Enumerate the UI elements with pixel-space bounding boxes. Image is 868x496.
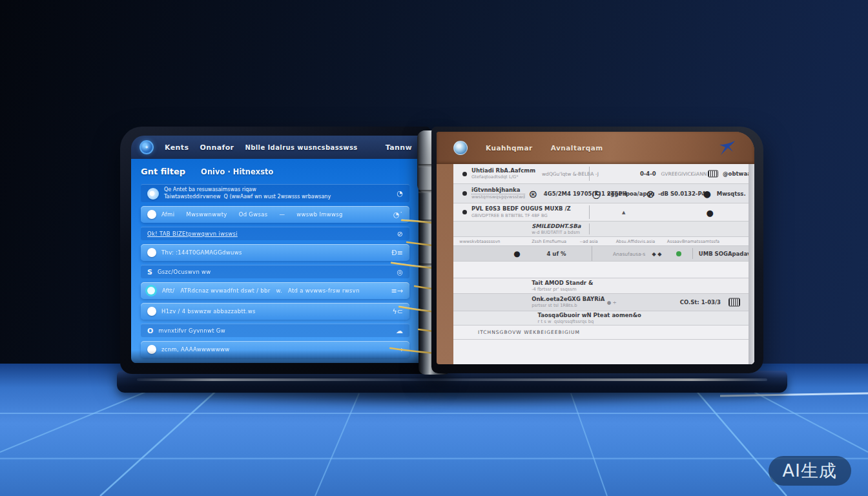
- letter-icon: O: [147, 327, 153, 335]
- arrow-right-icon[interactable]: →: [397, 346, 403, 354]
- wheel-icon: ⊛: [529, 187, 537, 200]
- cell-value: Mwsqtss.: [717, 191, 746, 197]
- left-nav-item-4[interactable]: Tannw: [386, 143, 412, 152]
- right-page: Kuahhqmar Avnaltarqam Uhtiadi RbA.Aafcmm…: [437, 132, 754, 364]
- column-header: AssaavBnamatssamtssfa: [667, 239, 719, 244]
- row-action-icon[interactable]: ◔˙: [393, 211, 403, 219]
- table-row[interactable]: TaosqaGbuoir wN Pteat aomen&o r t s w qs…: [453, 311, 754, 326]
- column-header: --ad asia: [580, 239, 598, 244]
- left-nav-item-2[interactable]: Onnafor: [200, 143, 234, 152]
- cell-title-block: SMILEDDHT.SBa w-d BUDTATIT a bdsm: [532, 222, 581, 236]
- list-item[interactable]: S Gszc/Ocuswvn ww ◎: [141, 265, 409, 278]
- table-row[interactable]: Uhtiadi RbA.Aafcmm Gtefaqtoadtsdqt L/G* …: [453, 164, 754, 184]
- diamond-icons: ◆ ◆: [652, 251, 662, 256]
- list-item[interactable]: zcnm, AAAAwwwwwww →: [141, 341, 409, 358]
- row-action-icon[interactable]: ⊘: [397, 230, 403, 238]
- right-nav-item-2[interactable]: Avnaltarqam: [551, 144, 603, 152]
- row-action-icon[interactable]: ◎: [397, 268, 403, 276]
- table-header-row: wwwskvbtaassssvn Zssh Emsfiumua --ad asi…: [453, 237, 754, 246]
- list-item[interactable]: Qe Antet ba resuwasaimswas riqaw Taiwtaw…: [141, 184, 409, 202]
- barcode-icon: [728, 298, 740, 307]
- row-action-icon[interactable]: ϟ⊂: [393, 307, 403, 316]
- cell-title-block: Tait AMOD Standr & -4 fbrtssr pr' ssqssm: [532, 279, 593, 293]
- table-row[interactable]: SMILEDDHT.SBa w-d BUDTATIT a bdsm: [453, 222, 754, 237]
- scrollbar[interactable]: [749, 164, 754, 364]
- row-action-icon[interactable]: ≡→: [391, 287, 403, 295]
- bullet-icon: [462, 210, 467, 214]
- column-header: wwwskvbtaassssvn: [459, 239, 500, 244]
- column-divider: [589, 205, 590, 219]
- table-row[interactable]: ITCHNSGBOVW WEKBEIGEEBIGIUM: [453, 326, 754, 340]
- list-item-text: zcnm, AAAAwwwwwww: [161, 346, 230, 353]
- cell-value: UMB SOGApadava: [699, 251, 754, 257]
- right-nav-item-1[interactable]: Kuahhqmar: [486, 144, 533, 152]
- barcode-icon: [708, 170, 718, 178]
- device-base: [117, 371, 787, 393]
- list-item[interactable]: H1zv / 4 bswwzw abbazzabtt.ws ϟ⊂: [141, 303, 409, 320]
- column-divider: [589, 167, 590, 181]
- column-header: Absu.Affidsvis.asia: [616, 239, 656, 244]
- radio-selected-icon[interactable]: [147, 287, 155, 294]
- cell-value: 0-4-0: [640, 170, 656, 177]
- list-item-link[interactable]: Ok! TAB BIZEtpwwqwvn iwswsi: [147, 231, 238, 237]
- list-item[interactable]: Afmi Mwswwnwwty Od Gwsas — wwswb Imwwsg …: [141, 206, 409, 223]
- table-spacer-row: [453, 262, 754, 278]
- cell-title-block: Onk.oeta2eGXG BAYRiA psrtssr st tsl 1RBt…: [532, 296, 604, 309]
- row-action-icon[interactable]: ◔: [397, 189, 403, 198]
- cell-value: CO.St: 1-03/3: [680, 299, 721, 305]
- list-item-text: Thv: :144T0GAMAGGdwuws: [161, 249, 242, 256]
- list-item-text: H1zv / 4 bswwzw abbazzabtt.ws: [161, 308, 256, 315]
- circle-icon: [147, 307, 156, 316]
- list-item-selected[interactable]: Aftt/ ATRdcnaz wvwadfnt dswt / bbr w. At…: [141, 282, 409, 299]
- cell-title-block: PVL E0S3 BEDF OUGUS MUXB /Z GBIVDPTREE B…: [471, 205, 571, 219]
- cell-value: ITCHNSGBOVW WEKBEIGEEBIGIUM: [478, 329, 580, 335]
- table-row[interactable]: Tait AMOD Standr & -4 fbrtssr pr' ssqssm: [453, 278, 754, 294]
- page-title: Gnt filtep: [141, 167, 185, 176]
- cell-title-block: Uhtiadi RbA.Aafcmm Gtefaqtoadtsdqt L/G*: [471, 167, 535, 181]
- cell-title-block: TaosqaGbuoir wN Pteat aomen&o r t s w qs…: [537, 311, 641, 325]
- ai-watermark-badge: AI生成: [769, 456, 851, 486]
- row-action-icon[interactable]: Ð≡: [391, 249, 403, 257]
- table-row[interactable]: PVL E0S3 BEDF OUGUS MUXB /Z GBIVDPTREE B…: [453, 203, 754, 222]
- cloud-icon[interactable]: ☁: [396, 327, 403, 335]
- left-screen: ✶ Kents Onnafor Nblle Idalrus wusncsbass…: [131, 136, 419, 363]
- table-row[interactable]: Onk.oeta2eGXG BAYRiA psrtssr st tsl 1RBt…: [453, 294, 754, 311]
- globe-logo-icon[interactable]: [453, 141, 468, 155]
- dove-icon: [147, 188, 159, 200]
- right-device: Kuahhqmar Avnaltarqam Uhtiadi RbA.Aafcmm…: [431, 127, 763, 373]
- list-item[interactable]: Thv: :144T0GAMAGGdwuws Ð≡: [141, 244, 409, 261]
- left-app-logo-icon[interactable]: ✶: [140, 140, 154, 154]
- left-navbar: ✶ Kents Onnafor Nblle Idalrus wusncsbass…: [131, 136, 419, 159]
- scene: ✶ Kents Onnafor Nblle Idalrus wusncsbass…: [0, 0, 868, 496]
- list-item[interactable]: Ok! TAB BIZEtpwwqwvn iwswsi ⊘: [141, 227, 409, 240]
- page-subtitle[interactable]: Onivo · Hitnexsto: [201, 167, 273, 176]
- table-row[interactable]: iGtvnnbkjhanka wwstqmswqsgqvwsstwd ⊛ 4G5…: [453, 184, 754, 203]
- circle-icon: [147, 210, 156, 219]
- base-highlight-stripe: [137, 378, 767, 381]
- column-divider: [592, 246, 592, 261]
- dark-dot-icon: ●: [513, 249, 520, 258]
- camera-icon: ●: [706, 207, 713, 217]
- list-item[interactable]: O mvnxtifvr Gyvnnwt Gw ☁: [141, 324, 409, 337]
- bird-send-icon[interactable]: [716, 139, 738, 157]
- clock-icon: ◷: [592, 187, 601, 200]
- paper-table: Uhtiadi RbA.Aafcmm Gtefaqtoadtsdqt L/G* …: [453, 164, 754, 364]
- table-row[interactable]: ● 4 uf % Anasufausa-s ◆ ◆ UMB SOGApadava: [453, 246, 754, 262]
- left-nav-item-3[interactable]: Nblle Idalrus wusncsbasswss: [245, 144, 357, 151]
- circle-icon: [147, 345, 156, 354]
- left-device: ✶ Kents Onnafor Nblle Idalrus wusncsbass…: [120, 127, 430, 374]
- left-nav-item-1[interactable]: Kents: [165, 143, 189, 152]
- column-header: Zssh Emsfiumua: [532, 239, 566, 244]
- circle-icon: [147, 248, 156, 257]
- left-screen-body: Gnt filtep Onivo · Hitnexsto Qe Antet ba…: [131, 159, 419, 363]
- cell-value: Anasufausa-s: [613, 251, 645, 256]
- list-item-text: Qe Antet ba resuwasaimswas riqaw Taiwtaw…: [164, 187, 331, 200]
- list-item-text: mvnxtifvr Gyvnnwt Gw: [158, 327, 225, 334]
- cell-note: ● ÷: [607, 300, 617, 305]
- list-item-text: Gszc/Ocuswvn ww: [158, 269, 211, 275]
- slash-circle-icon: ⊘: [646, 187, 654, 200]
- cell-title-block: iGtvnnbkjhanka wwstqmswqsgqvwsstwd: [471, 187, 525, 201]
- bullet-icon: [462, 172, 467, 176]
- cell-value: 4 uf %: [546, 251, 566, 257]
- cell-value: GVREEGIVICI: [661, 171, 692, 177]
